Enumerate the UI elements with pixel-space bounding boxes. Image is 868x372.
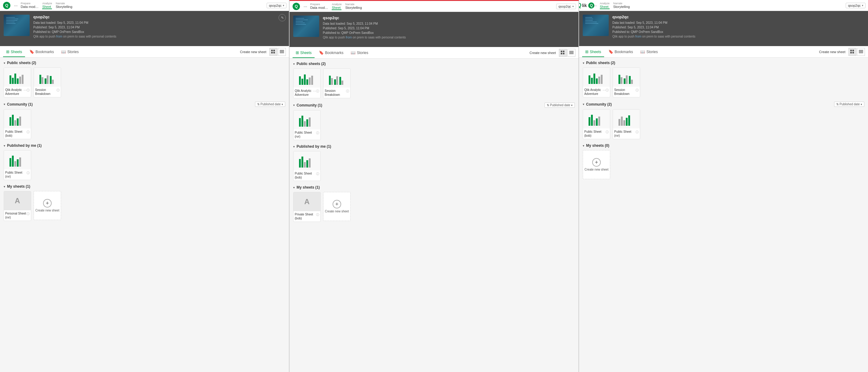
tab-sheets[interactable]: ⊞Sheets <box>582 47 604 57</box>
sheet-card[interactable]: Qlik Analytic Adventure···ⓘ <box>4 67 31 97</box>
list-view-button[interactable] <box>857 48 865 56</box>
create-sheet-card[interactable]: +Create new sheet <box>34 191 61 220</box>
sheet-card[interactable]: Session Breakdownⓘ <box>613 67 640 97</box>
section-collapse-button[interactable]: ▾ <box>293 103 295 107</box>
svg-rect-51 <box>306 119 308 127</box>
section-collapse-button[interactable]: ▾ <box>293 145 295 148</box>
sheet-card[interactable]: Qlik Analytic Adventure···ⓘ <box>293 68 321 98</box>
sheet-info-button[interactable]: ⓘ <box>27 88 30 93</box>
section-collapse-button[interactable]: ▾ <box>4 185 5 188</box>
section-collapse-button[interactable]: ▾ <box>583 61 584 65</box>
sheet-more-button[interactable]: ··· <box>602 88 606 92</box>
grid-view-button[interactable] <box>559 49 567 57</box>
grid-view-button[interactable] <box>848 48 857 56</box>
svg-rect-36 <box>299 76 301 85</box>
app-selector[interactable]: qsop2qc▾ <box>846 3 866 8</box>
app-selector[interactable]: qsop2qc▾ <box>556 4 576 9</box>
tab-bookmarks[interactable]: 🔖Bookmarks <box>316 48 346 58</box>
sheet-info-button[interactable]: ⓘ <box>27 130 30 134</box>
sheet-card[interactable]: APersonal Sheet (rvr)ⓘ <box>4 191 31 221</box>
section-title: Public sheets (2) <box>7 61 285 65</box>
sort-button[interactable]: ⇅Published date▾ <box>545 103 575 108</box>
nav-label: Analyze <box>42 2 52 5</box>
sheet-info-button[interactable]: ⓘ <box>606 88 609 93</box>
section-collapse-button[interactable]: ▾ <box>293 186 295 189</box>
section-collapse-button[interactable]: ▾ <box>4 103 5 106</box>
sort-button[interactable]: ⇅Published date▾ <box>834 102 864 107</box>
sheet-info-button[interactable]: ⓘ <box>57 88 60 93</box>
qlik-logo[interactable]: QlikQ <box>582 1 590 10</box>
sheet-card[interactable]: Qlik Analytic Adventure···ⓘ <box>583 67 610 97</box>
tab-bookmarks[interactable]: 🔖Bookmarks <box>605 47 636 57</box>
sheet-card[interactable]: Public Sheet (bob)ⓘ <box>4 109 31 139</box>
sheet-info-button[interactable]: ⓘ <box>636 130 639 134</box>
tab-stories[interactable]: 📖Stories <box>637 47 661 57</box>
nav-item-sheet[interactable]: AnalyzeSheet <box>332 3 341 10</box>
sheet-info-button[interactable]: ⓘ <box>316 172 319 176</box>
nav-item-sheet[interactable]: AnalyzeSheet <box>600 2 610 9</box>
nav-item-sheet[interactable]: AnalyzeSheet <box>42 2 52 9</box>
section-collapse-button[interactable]: ▾ <box>4 144 5 147</box>
topbar-more-button[interactable]: ··· <box>592 2 598 8</box>
app-selector[interactable]: qsop2qc▾ <box>267 3 286 8</box>
qlik-logo[interactable]: Q <box>2 1 11 10</box>
sheet-info-button[interactable]: ⓘ <box>346 89 349 93</box>
sheet-info-button[interactable]: ⓘ <box>316 89 319 93</box>
list-view-button[interactable] <box>278 48 286 56</box>
nav-item-storytelling[interactable]: NarrateStorytelling <box>345 3 362 10</box>
sheet-card[interactable]: Session Breakdownⓘ <box>34 67 61 97</box>
section-collapse-button[interactable]: ▾ <box>293 62 295 66</box>
nav-item-datamod[interactable]: PrepareData mod… <box>310 3 328 10</box>
tab-bookmarks[interactable]: 🔖Bookmarks <box>26 47 57 57</box>
svg-rect-17 <box>50 76 52 84</box>
topbar-more-button[interactable]: ··· <box>13 2 19 8</box>
sheet-card[interactable]: Public Sheet (bob)ⓘ <box>583 109 610 139</box>
qlik-logo[interactable]: Q <box>292 2 301 11</box>
sheet-card[interactable]: Public Sheet (rvr)ⓘ <box>293 110 321 140</box>
sheet-info-button[interactable]: ⓘ <box>27 171 30 175</box>
sheet-card[interactable]: Public Sheet (rvr)ⓘ <box>613 109 640 139</box>
tab-stories[interactable]: 📖Stories <box>58 47 82 57</box>
topbar-more-button[interactable]: ··· <box>302 3 308 9</box>
create-sheet-card[interactable]: +Create new sheet <box>323 192 351 221</box>
grid-view-button[interactable] <box>269 48 277 56</box>
svg-rect-3 <box>273 52 275 54</box>
nav-item-datamod[interactable]: PrepareData mod… <box>21 2 39 9</box>
create-new-sheet-button[interactable]: Create new sheet <box>817 49 847 55</box>
tab-sheets[interactable]: ⊞Sheets <box>3 47 25 57</box>
nav-item-storytelling[interactable]: NarrateStorytelling <box>56 2 72 9</box>
sheet-card[interactable]: Session Breakdownⓘ <box>323 68 351 98</box>
topbar-nav: PrepareData mod…AnalyzeSheetNarrateStory… <box>310 3 555 10</box>
create-new-sheet-button[interactable]: Create new sheet <box>528 50 558 56</box>
tab-sheets[interactable]: ⊞Sheets <box>292 48 315 58</box>
sheet-more-button[interactable]: ··· <box>24 88 27 92</box>
nav-item-storytelling[interactable]: NarrateStorytelling <box>613 2 630 9</box>
hero-edit-button[interactable]: ✎ <box>279 14 286 21</box>
create-sheet-card[interactable]: +Create new sheet <box>583 150 610 179</box>
sheet-card[interactable]: APrivate Sheet (bob)ⓘ <box>293 192 321 222</box>
sheet-info-button[interactable]: ⓘ <box>316 213 319 217</box>
list-view-button[interactable] <box>567 49 576 57</box>
section-collapse-button[interactable]: ▾ <box>583 103 584 106</box>
nav-value: Sheet <box>42 5 52 9</box>
view-toggle <box>269 48 286 56</box>
tab-stories[interactable]: 📖Stories <box>347 48 371 58</box>
tab-icon: ⊞ <box>6 49 9 54</box>
section-collapse-button[interactable]: ▾ <box>4 61 5 65</box>
svg-rect-75 <box>629 76 631 84</box>
svg-rect-26 <box>14 161 16 167</box>
sheet-card[interactable]: Public Sheet (rvr)ⓘ <box>4 150 31 180</box>
section-publicsheets2: ▾Public sheets (2)Qlik Analytic Adventur… <box>293 62 575 98</box>
sheet-more-button[interactable]: ··· <box>313 89 316 93</box>
sheet-info-button[interactable]: ⓘ <box>316 131 319 135</box>
sheet-info-button[interactable]: ⓘ <box>636 88 639 93</box>
private-letter-icon: A <box>15 197 20 205</box>
sheet-chart-preview <box>8 153 27 167</box>
sheet-info-button[interactable]: ⓘ <box>27 212 30 216</box>
section-collapse-button[interactable]: ▾ <box>583 144 584 147</box>
sheet-info-button[interactable]: ⓘ <box>606 130 609 134</box>
svg-rect-73 <box>624 78 625 84</box>
sort-button[interactable]: ⇅Published date▾ <box>255 102 285 107</box>
create-new-sheet-button[interactable]: Create new sheet <box>238 49 268 55</box>
sheet-card[interactable]: Public Sheet (bob)ⓘ <box>293 151 321 181</box>
